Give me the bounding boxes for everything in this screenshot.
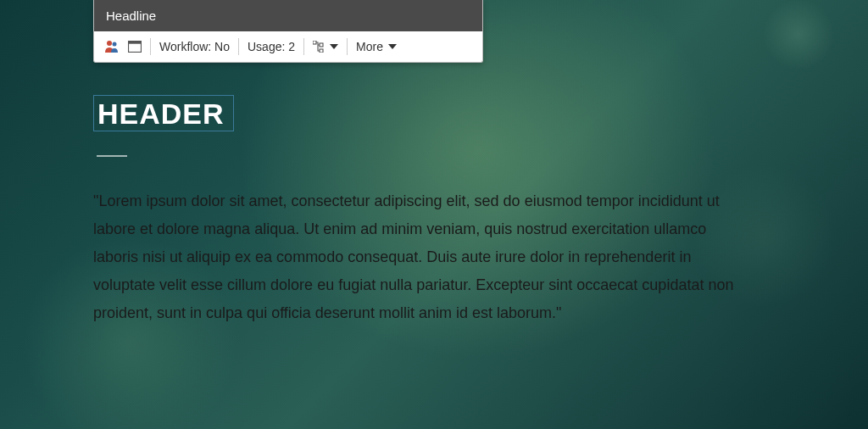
panel-title: Headline [94,0,482,31]
svg-rect-3 [129,42,142,44]
users-icon [104,40,120,53]
toolbar-divider [347,38,348,55]
window-button[interactable] [128,41,142,53]
chevron-down-icon [330,44,338,49]
cms-edit-panel: Headline Workflow: No Usage: 2 [93,0,483,63]
usage-label[interactable]: Usage: 2 [248,40,295,53]
workflow-label[interactable]: Workflow: No [159,40,230,53]
users-button[interactable] [104,40,120,53]
svg-rect-4 [313,41,316,44]
header-underline [97,155,127,157]
more-dropdown[interactable]: More [356,40,397,53]
header-block: HEADER [93,95,234,157]
svg-rect-6 [320,49,323,53]
svg-point-1 [113,42,117,47]
page-header[interactable]: HEADER [93,95,234,131]
more-label: More [356,40,383,53]
window-icon [128,41,142,53]
toolbar-divider [150,38,151,55]
toolbar-divider [238,38,239,55]
tree-dropdown[interactable] [313,41,338,53]
tree-icon [313,41,325,53]
svg-point-0 [107,41,112,46]
chevron-down-icon [388,44,397,49]
svg-rect-5 [320,43,323,47]
body-paragraph: "Lorem ipsum dolor sit amet, consectetur… [93,187,737,327]
panel-toolbar: Workflow: No Usage: 2 More [94,31,482,62]
toolbar-divider [303,38,304,55]
